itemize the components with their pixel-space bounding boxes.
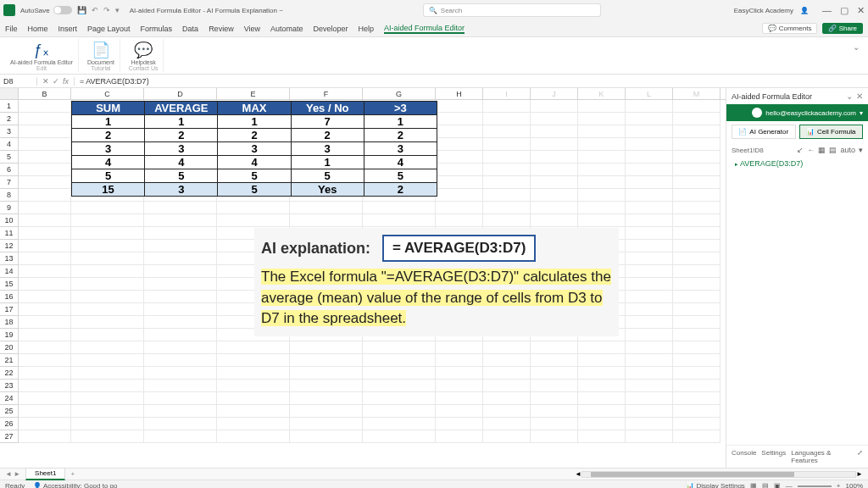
ribbon-group-editor[interactable]: ƒₓ AI-aided Formula Editor Edit (5, 39, 79, 72)
maximize-icon[interactable]: ▢ (840, 5, 849, 16)
table-cell[interactable]: 2 (218, 129, 291, 141)
zoom-in-icon[interactable]: + (837, 482, 841, 488)
col-header-L[interactable]: L (626, 88, 673, 99)
view-normal-icon[interactable]: ▦ (750, 482, 757, 488)
sheet-nav-icon[interactable]: ◄ ► (5, 470, 20, 478)
zoom-slider[interactable] (798, 485, 832, 487)
col-header-G[interactable]: G (363, 88, 436, 99)
table-cell[interactable]: 4 (145, 156, 218, 169)
sidebar-tool-icon[interactable]: ↙ (797, 146, 804, 154)
view-pagebreak-icon[interactable]: ▣ (774, 482, 781, 488)
table-cell[interactable]: 1 (145, 115, 218, 128)
row-header-6[interactable]: 6 (0, 164, 19, 176)
tab-help[interactable]: Help (359, 25, 375, 33)
table-cell[interactable]: 2 (72, 129, 145, 141)
email-dropdown-icon[interactable]: ▾ (860, 109, 863, 117)
ribbon-group-document[interactable]: 📄 Document Tutorial (82, 39, 120, 72)
undo-icon[interactable]: ↶ (92, 6, 98, 14)
horizontal-scrollbar[interactable] (581, 471, 856, 478)
table-cell[interactable]: 3 (292, 142, 364, 155)
row-header-10[interactable]: 10 (0, 214, 19, 227)
account-name[interactable]: EasyClick Academy (734, 7, 793, 14)
row-header-4[interactable]: 4 (0, 138, 19, 151)
col-header-F[interactable]: F (290, 88, 363, 99)
minimize-icon[interactable]: — (822, 5, 832, 16)
tab-developer[interactable]: Developer (314, 25, 348, 33)
col-header-K[interactable]: K (578, 88, 626, 99)
comments-button[interactable]: 💬 Comments (762, 23, 817, 34)
tab-data[interactable]: Data (182, 25, 198, 33)
row-header-25[interactable]: 25 (0, 405, 19, 418)
row-header-24[interactable]: 24 (0, 392, 19, 405)
scroll-right-icon[interactable]: ► (856, 470, 863, 478)
share-button[interactable]: 🔗 Share (822, 23, 863, 34)
col-header-H[interactable]: H (436, 88, 483, 99)
row-header-26[interactable]: 26 (0, 418, 19, 430)
tab-file[interactable]: File (5, 25, 18, 33)
autosave-toggle[interactable] (53, 6, 72, 14)
table-cell[interactable]: 1 (218, 115, 291, 128)
fb-confirm-icon[interactable]: ✓ (53, 77, 59, 86)
table-cell[interactable]: 3 (72, 142, 145, 155)
spreadsheet-grid[interactable]: BCDEFGHIJKLM 123456789101112131415161718… (0, 88, 726, 468)
scroll-left-icon[interactable]: ◄ (575, 470, 581, 478)
fb-cancel-icon[interactable]: ✕ (42, 77, 49, 86)
row-header-7[interactable]: 7 (0, 176, 19, 189)
tab-review[interactable]: Review (209, 25, 234, 33)
qat-dropdown-icon[interactable]: ▾ (115, 6, 120, 14)
row-header-17[interactable]: 17 (0, 303, 19, 316)
sidebar-formula-item[interactable]: AVERAGE(D3:D7) (726, 158, 868, 169)
sidebar-tool-icon[interactable]: ▦ (818, 146, 826, 154)
row-header-21[interactable]: 21 (0, 354, 19, 367)
redo-icon[interactable]: ↷ (103, 6, 110, 14)
row-header-15[interactable]: 15 (0, 278, 19, 291)
tab-home[interactable]: Home (28, 25, 48, 33)
row-header-27[interactable]: 27 (0, 430, 19, 443)
sidebar-footer-languages[interactable]: Languages & Features (791, 449, 852, 464)
col-header-M[interactable]: M (673, 88, 721, 99)
table-result-cell[interactable]: 3 (145, 183, 218, 196)
table-cell[interactable]: 3 (218, 142, 291, 155)
table-cell[interactable]: 3 (364, 142, 437, 155)
table-cell[interactable]: 2 (364, 129, 437, 141)
sheet-tab-active[interactable]: Sheet1 (25, 468, 65, 480)
table-result-cell[interactable]: 5 (218, 183, 291, 196)
table-cell[interactable]: 2 (292, 129, 364, 141)
sidebar-auto-label[interactable]: auto (840, 146, 855, 154)
table-cell[interactable]: 5 (292, 169, 364, 182)
table-cell[interactable]: 4 (218, 156, 291, 169)
sidebar-footer-expand-icon[interactable]: ⤢ (857, 449, 863, 464)
row-header-18[interactable]: 18 (0, 316, 19, 329)
sidebar-close-icon[interactable]: ✕ (856, 92, 863, 101)
tab-automate[interactable]: Automate (270, 25, 303, 33)
sidebar-dropdown-icon[interactable]: ⌄ (846, 92, 853, 101)
zoom-out-icon[interactable]: — (786, 482, 793, 488)
table-cell[interactable]: 5 (364, 169, 437, 182)
table-cell[interactable]: 3 (145, 142, 218, 155)
sidebar-tool-icon[interactable]: ▤ (829, 146, 837, 154)
status-accessibility[interactable]: 👤 Accessibility: Good to go (33, 482, 117, 488)
table-cell[interactable]: 4 (72, 156, 145, 169)
row-header-19[interactable]: 19 (0, 329, 19, 341)
zoom-level[interactable]: 100% (846, 482, 863, 488)
row-header-2[interactable]: 2 (0, 113, 19, 125)
row-header-1[interactable]: 1 (0, 100, 19, 113)
row-header-11[interactable]: 11 (0, 227, 19, 240)
fb-fx-icon[interactable]: fx (63, 77, 69, 86)
row-header-20[interactable]: 20 (0, 341, 19, 354)
table-cell[interactable]: 4 (364, 156, 437, 169)
col-header-B[interactable]: B (19, 88, 71, 99)
table-cell[interactable]: 5 (145, 169, 218, 182)
add-sheet-icon[interactable]: + (70, 470, 75, 478)
col-header-C[interactable]: C (71, 88, 144, 99)
table-result-cell[interactable]: 2 (364, 183, 437, 196)
table-cell[interactable]: 7 (292, 115, 364, 128)
name-box[interactable]: D8 (0, 77, 37, 86)
select-all-corner[interactable] (0, 88, 19, 99)
sidebar-auto-dropdown-icon[interactable]: ▾ (859, 146, 863, 154)
table-cell[interactable]: 5 (218, 169, 291, 182)
table-cell[interactable]: 2 (145, 129, 218, 141)
save-icon[interactable]: 💾 (77, 6, 86, 14)
table-result-cell[interactable]: Yes (292, 183, 364, 196)
sidebar-tab-cell-formula[interactable]: 📊Cell Formula (799, 125, 864, 139)
